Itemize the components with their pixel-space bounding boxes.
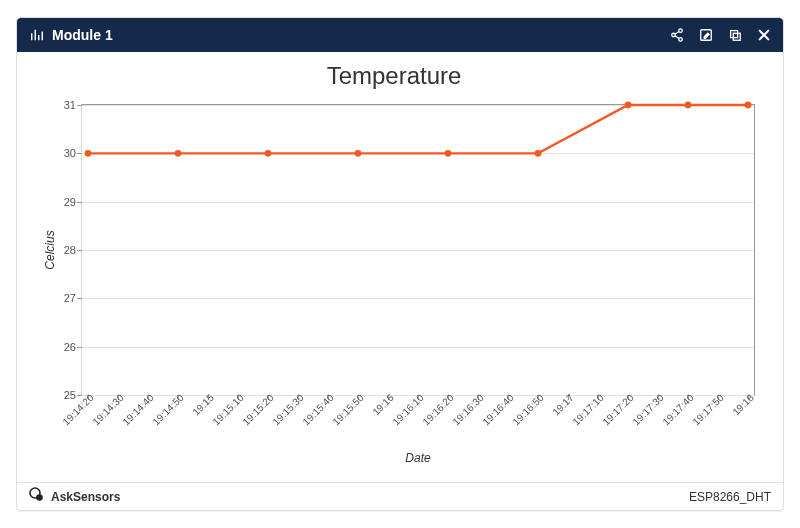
data-point[interactable]: [535, 150, 542, 157]
copy-icon[interactable]: [727, 28, 742, 43]
x-tick-label: 19:17:30: [630, 392, 665, 427]
svg-line-8: [674, 36, 678, 39]
plot-zone[interactable]: Celcius Date 2526272829303119:14:2019:14…: [81, 104, 755, 396]
share-icon[interactable]: [669, 28, 684, 43]
svg-point-6: [678, 38, 682, 42]
x-tick-label: 19:17:20: [600, 392, 635, 427]
panel-title: Module 1: [52, 27, 113, 43]
panel-header: Module 1: [17, 18, 783, 52]
x-tick-label: 19:15:30: [270, 392, 305, 427]
line-series: [82, 105, 754, 395]
x-tick-label: 19:14:50: [150, 392, 185, 427]
chart-title: Temperature: [25, 62, 763, 90]
y-tick-label: 25: [48, 389, 76, 401]
x-tick-label: 19:17:10: [570, 392, 605, 427]
svg-point-4: [678, 29, 682, 33]
y-tick-label: 30: [48, 147, 76, 159]
logo-icon: [29, 487, 45, 506]
brand-label: AskSensors: [51, 490, 120, 504]
x-tick-label: 19:16:20: [420, 392, 455, 427]
panel-actions: [669, 28, 771, 43]
svg-line-7: [674, 32, 678, 35]
data-point[interactable]: [265, 150, 272, 157]
svg-rect-11: [733, 33, 740, 40]
y-tick-label: 29: [48, 196, 76, 208]
chart-area: Temperature Celcius Date 252627282930311…: [17, 52, 783, 482]
panel-footer: AskSensors ESP8266_DHT: [17, 482, 783, 510]
close-icon[interactable]: [756, 28, 771, 43]
x-tick-label: 19:16:40: [480, 392, 515, 427]
bar-chart-icon: [29, 28, 44, 43]
device-label: ESP8266_DHT: [689, 490, 771, 504]
x-tick-label: 19:14:30: [90, 392, 125, 427]
data-point[interactable]: [175, 150, 182, 157]
y-tick-label: 26: [48, 341, 76, 353]
x-tick-label: 19:15:10: [210, 392, 245, 427]
x-tick-label: 19:17:50: [690, 392, 725, 427]
x-tick-label: 19:14:40: [120, 392, 155, 427]
data-point[interactable]: [85, 150, 92, 157]
y-tick-label: 31: [48, 99, 76, 111]
x-tick-label: 19:15:50: [330, 392, 365, 427]
data-point[interactable]: [355, 150, 362, 157]
y-tick-label: 28: [48, 244, 76, 256]
data-point[interactable]: [745, 102, 752, 109]
x-tick-label: 19:15:40: [300, 392, 335, 427]
data-point[interactable]: [445, 150, 452, 157]
x-tick-label: 19:15:20: [240, 392, 275, 427]
brand[interactable]: AskSensors: [29, 487, 120, 506]
x-tick-label: 19:16:30: [450, 392, 485, 427]
data-point[interactable]: [625, 102, 632, 109]
x-tick-label: 19:16:10: [390, 392, 425, 427]
y-tick-label: 27: [48, 292, 76, 304]
svg-point-5: [671, 33, 675, 37]
panel: Module 1: [16, 17, 784, 511]
x-tick-label: 19:17:40: [660, 392, 695, 427]
svg-rect-10: [730, 31, 737, 38]
y-tick-mark: [77, 395, 82, 396]
x-axis-label: Date: [405, 451, 430, 465]
edit-icon[interactable]: [698, 28, 713, 43]
data-point[interactable]: [685, 102, 692, 109]
x-tick-label: 19:16:50: [510, 392, 545, 427]
svg-point-15: [36, 494, 43, 501]
